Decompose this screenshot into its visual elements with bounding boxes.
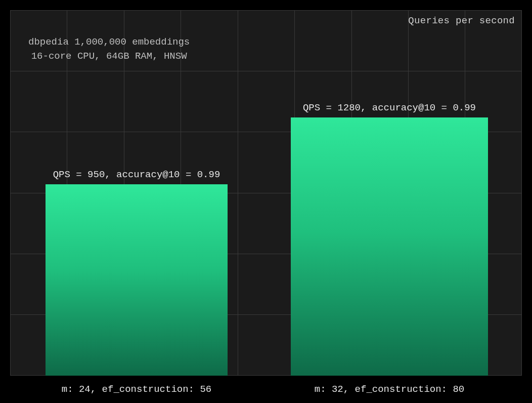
- subtitle-line-1: dbpedia 1,000,000 embeddings: [28, 36, 190, 48]
- grid-hline: [10, 10, 522, 11]
- bar-2-label: QPS = 1280, accuracy@10 = 0.99: [291, 102, 488, 113]
- bar-1: [46, 184, 228, 376]
- plot-area: Queries per second dbpedia 1,000,000 emb…: [10, 10, 522, 376]
- bar-2: [291, 117, 488, 376]
- subtitle-line-2: 16-core CPU, 64GB RAM, HNSW: [31, 51, 187, 62]
- grid-hline: [10, 71, 522, 71]
- chart-title: Queries per second: [408, 15, 515, 26]
- bar-1-label: QPS = 950, accuracy@10 = 0.99: [46, 169, 228, 180]
- category-label-2: m: 32, ef_construction: 80: [291, 384, 488, 395]
- chart-subtitle: dbpedia 1,000,000 embeddings 16-core CPU…: [28, 35, 190, 63]
- chart-stage: Queries per second dbpedia 1,000,000 emb…: [0, 0, 532, 403]
- category-label-1: m: 24, ef_construction: 56: [46, 384, 228, 395]
